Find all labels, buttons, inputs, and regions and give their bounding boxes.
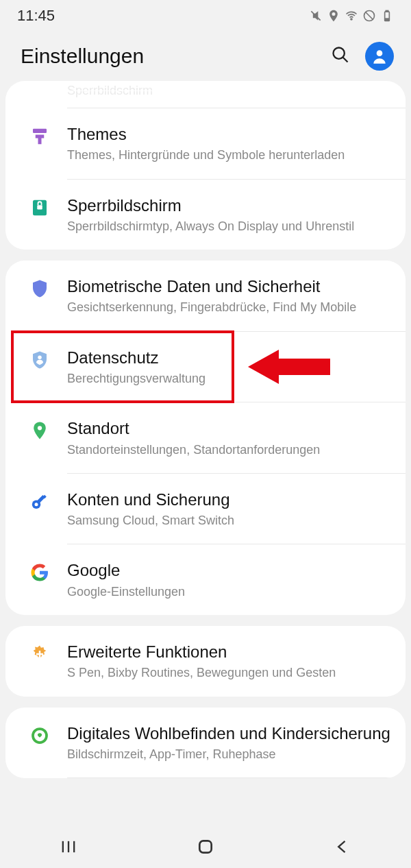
- themes-icon: [29, 126, 50, 147]
- google-icon: [29, 562, 50, 583]
- status-icons: [309, 9, 394, 23]
- home-button[interactable]: [171, 838, 240, 856]
- settings-item-location[interactable]: Standort Standorteinstellungen, Standort…: [5, 402, 406, 473]
- search-icon: [331, 45, 350, 64]
- item-subtitle: Gesichtserkennung, Fingerabdrücke, Find …: [67, 300, 392, 315]
- page-title: Einstellungen: [21, 45, 144, 68]
- item-title: Biometrische Daten und Sicherheit: [67, 276, 392, 297]
- settings-item-biometrics[interactable]: Biometrische Daten und Sicherheit Gesich…: [5, 261, 406, 331]
- settings-content: Sperrbildschirm Themes Themes, Hintergrü…: [0, 81, 411, 821]
- item-subtitle: Google-Einstellungen: [67, 584, 392, 600]
- partial-row: Sperrbildschirm: [5, 81, 406, 108]
- location-status-icon: [327, 9, 340, 23]
- svg-line-0: [311, 11, 320, 20]
- item-subtitle: Berechtigungsverwaltung: [67, 371, 392, 387]
- status-time: 11:45: [17, 7, 55, 25]
- shield-icon: [29, 278, 50, 299]
- settings-group-3: Erweiterte Funktionen S Pen, Bixby Routi…: [5, 626, 406, 697]
- svg-point-9: [377, 50, 383, 56]
- settings-group-4: Digitales Wohlbefinden und Kindersicheru…: [5, 708, 406, 779]
- status-bar: 11:45: [0, 0, 411, 28]
- item-title: Themes: [67, 123, 392, 145]
- location-icon: [29, 420, 50, 441]
- svg-point-14: [38, 355, 42, 359]
- svg-point-7: [334, 48, 345, 59]
- item-title: Erweiterte Funktionen: [67, 641, 392, 662]
- wifi-icon: [345, 9, 358, 23]
- settings-item-wellbeing[interactable]: Digitales Wohlbefinden und Kindersicheru…: [5, 708, 406, 778]
- svg-point-1: [351, 19, 352, 20]
- item-subtitle: Themes, Hintergründe und Symbole herunte…: [67, 147, 392, 163]
- account-avatar[interactable]: [365, 42, 394, 71]
- settings-item-google[interactable]: Google Google-Einstellungen: [5, 544, 406, 615]
- svg-rect-21: [36, 653, 43, 655]
- svg-line-8: [343, 58, 348, 62]
- recent-icon: [59, 837, 78, 856]
- mute-icon: [309, 9, 323, 23]
- svg-line-3: [366, 12, 373, 19]
- settings-item-privacy[interactable]: Datenschutz Berechtigungsverwaltung: [5, 332, 406, 402]
- item-subtitle: Standorteinstellungen, Standortanforderu…: [67, 442, 392, 458]
- battery-icon: [380, 9, 394, 23]
- back-icon: [333, 837, 352, 856]
- svg-rect-10: [33, 129, 47, 133]
- svg-point-17: [35, 503, 38, 506]
- item-title: Google: [67, 559, 392, 581]
- app-header: Einstellungen: [0, 28, 411, 81]
- back-button[interactable]: [308, 837, 377, 856]
- gear-plus-icon: [29, 644, 50, 664]
- key-icon: [29, 492, 50, 512]
- item-subtitle: Sperrbildschirmtyp, Always On Display un…: [67, 219, 392, 234]
- item-subtitle: Bildschirmzeit, App-Timer, Ruhephase: [67, 747, 392, 762]
- settings-item-lockscreen[interactable]: Sperrbildschirm Sperrbildschirmtyp, Alwa…: [5, 180, 406, 250]
- svg-rect-26: [199, 841, 211, 852]
- no-sim-icon: [362, 9, 376, 23]
- item-subtitle: Samsung Cloud, Smart Switch: [67, 513, 392, 529]
- item-title: Digitales Wohlbefinden und Kindersicheru…: [67, 723, 392, 744]
- svg-rect-6: [386, 19, 389, 20]
- item-title: Datenschutz: [67, 347, 392, 368]
- svg-point-15: [38, 426, 42, 430]
- item-title: Standort: [67, 418, 392, 439]
- divider: [67, 777, 406, 778]
- settings-group-2: Biometrische Daten und Sicherheit Gesich…: [5, 261, 406, 615]
- wellbeing-icon: [29, 725, 50, 746]
- navigation-bar: [0, 825, 411, 868]
- person-icon: [371, 47, 388, 65]
- recent-apps-button[interactable]: [34, 837, 103, 856]
- search-button[interactable]: [331, 45, 350, 67]
- settings-item-accounts[interactable]: Konten und Sicherung Samsung Cloud, Smar…: [5, 474, 406, 544]
- svg-rect-5: [386, 11, 388, 12]
- svg-rect-12: [37, 205, 42, 209]
- settings-item-advanced[interactable]: Erweiterte Funktionen S Pen, Bixby Routi…: [5, 626, 406, 697]
- settings-group-1: Sperrbildschirm Themes Themes, Hintergrü…: [5, 81, 406, 250]
- settings-item-themes[interactable]: Themes Themes, Hintergründe und Symbole …: [5, 108, 406, 179]
- lock-icon: [29, 197, 50, 218]
- item-title: Konten und Sicherung: [67, 489, 392, 510]
- item-title: Sperrbildschirm: [67, 195, 392, 216]
- shield-person-icon: [29, 350, 50, 370]
- item-subtitle: S Pen, Bixby Routines, Bewegungen und Ge…: [67, 665, 392, 681]
- home-icon: [197, 838, 214, 856]
- cut-label: Sperrbildschirm: [67, 84, 153, 97]
